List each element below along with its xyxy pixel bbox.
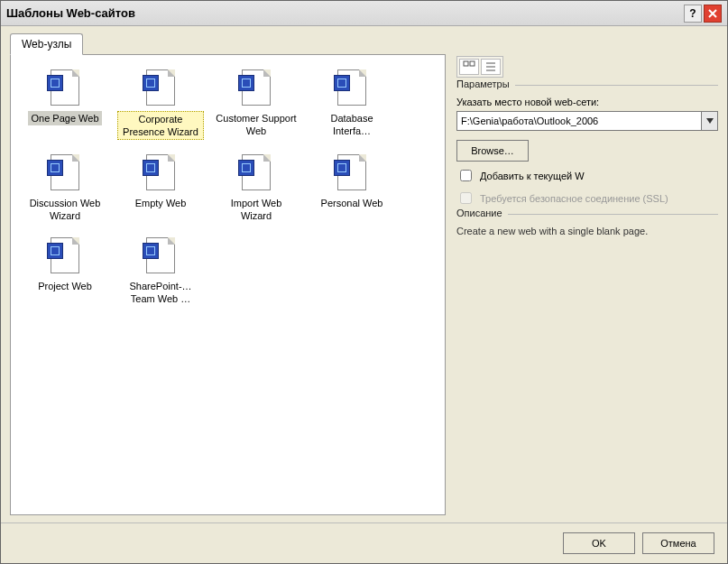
tabstrip: Web-узлы bbox=[10, 33, 718, 55]
template-item[interactable]: Corporate Presence Wizard bbox=[115, 64, 206, 143]
template-label: Project Web bbox=[35, 279, 95, 293]
template-icon bbox=[238, 153, 274, 192]
side-panel: Параметры Указать место новой web-сети: … bbox=[456, 54, 718, 515]
chevron-down-icon bbox=[706, 118, 714, 124]
view-list-button[interactable] bbox=[481, 59, 501, 75]
view-toggle bbox=[456, 56, 503, 78]
template-item[interactable]: Import Web Wizard bbox=[211, 149, 301, 227]
template-icon bbox=[334, 68, 370, 107]
template-icon bbox=[334, 153, 370, 192]
template-icon bbox=[143, 153, 179, 192]
template-label: Corporate Presence Wizard bbox=[117, 111, 204, 140]
template-label: Customer Support Web bbox=[213, 111, 299, 138]
template-item[interactable]: Customer Support Web bbox=[211, 64, 301, 143]
template-item[interactable]: One Page Web bbox=[20, 64, 110, 143]
template-item[interactable]: Empty Web bbox=[115, 149, 206, 227]
template-icon bbox=[47, 68, 83, 107]
close-button[interactable] bbox=[704, 5, 722, 23]
dialog-window: Шаблоны Web-сайтов ? Web-узлы One Page W… bbox=[0, 0, 728, 564]
location-label: Указать место новой web-сети: bbox=[456, 97, 718, 107]
template-icon bbox=[143, 236, 179, 275]
template-label: Discussion Web Wizard bbox=[22, 196, 108, 223]
template-item[interactable]: SharePoint-… Team Web … bbox=[115, 232, 206, 310]
location-dropdown-button[interactable] bbox=[702, 111, 718, 131]
template-item[interactable]: Personal Web bbox=[307, 149, 397, 227]
location-combo bbox=[456, 111, 718, 131]
template-list[interactable]: One Page WebCorporate Presence WizardCus… bbox=[10, 54, 446, 515]
params-group: Параметры Указать место новой web-сети: … bbox=[456, 85, 718, 207]
template-icon bbox=[238, 68, 274, 107]
template-label: Empty Web bbox=[133, 196, 189, 210]
location-input[interactable] bbox=[456, 111, 702, 131]
template-label: Import Web Wizard bbox=[213, 196, 299, 223]
titlebar: Шаблоны Web-сайтов ? bbox=[1, 1, 727, 26]
template-label: Personal Web bbox=[318, 196, 386, 210]
template-item[interactable]: Discussion Web Wizard bbox=[20, 149, 110, 227]
cancel-button[interactable]: Отмена bbox=[642, 532, 714, 554]
description-group-title: Описание bbox=[456, 208, 508, 218]
template-label: SharePoint-… Team Web … bbox=[117, 279, 204, 306]
description-group: Описание Create a new web with a single … bbox=[456, 214, 718, 238]
large-icons-icon bbox=[463, 60, 475, 73]
list-icon bbox=[484, 60, 497, 73]
template-item[interactable]: Project Web bbox=[20, 232, 110, 310]
secure-connection-label: Требуется безопасное соединение (SSL) bbox=[480, 193, 668, 204]
secure-connection-row: Требуется безопасное соединение (SSL) bbox=[456, 190, 718, 207]
template-icon bbox=[143, 68, 179, 107]
add-to-current-checkbox[interactable] bbox=[460, 170, 472, 181]
secure-connection-checkbox bbox=[460, 192, 472, 204]
params-group-title: Параметры bbox=[456, 79, 515, 89]
add-to-current-label: Добавить к текущей W bbox=[480, 171, 585, 181]
browse-button[interactable]: Browse… bbox=[456, 140, 529, 162]
add-to-current-row: Добавить к текущей W bbox=[456, 167, 718, 184]
svg-rect-0 bbox=[464, 61, 468, 66]
dialog-footer: OK Отмена bbox=[1, 522, 727, 563]
close-icon bbox=[708, 9, 717, 18]
tab-web-nodes[interactable]: Web-узлы bbox=[10, 33, 83, 55]
ok-button[interactable]: OK bbox=[563, 532, 635, 554]
window-title: Шаблоны Web-сайтов bbox=[6, 6, 135, 20]
svg-rect-1 bbox=[470, 61, 475, 66]
template-icon bbox=[47, 236, 83, 275]
view-large-icons-button[interactable] bbox=[459, 59, 479, 75]
template-label: Database Interfa… bbox=[309, 111, 395, 138]
template-item[interactable]: Database Interfa… bbox=[307, 64, 397, 143]
description-text: Create a new web with a single blank pag… bbox=[456, 224, 718, 238]
template-icon bbox=[47, 153, 83, 192]
template-label: One Page Web bbox=[28, 111, 101, 125]
help-button[interactable]: ? bbox=[684, 5, 702, 23]
